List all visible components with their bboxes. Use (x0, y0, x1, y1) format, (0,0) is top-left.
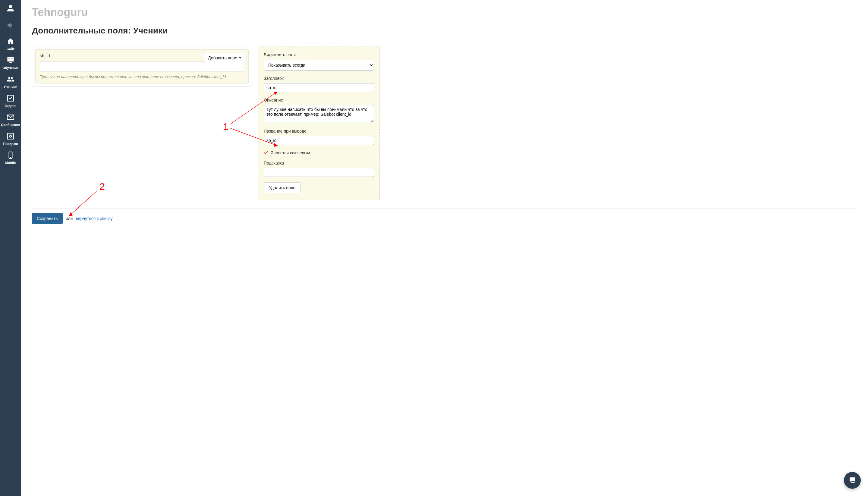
divider (32, 40, 857, 40)
sidebar-label: Задачи (5, 104, 17, 108)
visibility-label: Видимость поля (264, 52, 374, 57)
field-preview-panel: Добавить поле sb_id Тут лучше написать ч… (32, 46, 252, 87)
brand-title: Tehnoguru (32, 6, 857, 19)
sidebar-item-messages[interactable]: Сообщения (0, 110, 21, 129)
sidebar-label: Mobile (5, 161, 16, 165)
board-icon (6, 56, 14, 65)
output-name-label: Название при выводе (264, 129, 374, 134)
add-field-label: Добавить поле (208, 56, 237, 60)
sidebar-label: Сообщения (1, 123, 20, 127)
is-key-label: Является ключевым (270, 150, 310, 155)
field-hint: Тут лучше написать что бы вы понимали чт… (40, 74, 244, 79)
sidebar-item-profile[interactable] (0, 0, 21, 17)
sidebar-item-tasks[interactable]: Задачи (0, 91, 21, 110)
sidebar-item-sales[interactable]: Продажи (0, 129, 21, 148)
save-button[interactable]: Сохранить (32, 213, 63, 224)
tooltip-label: Подсказка (264, 160, 374, 166)
sidebar-label: Ученики (4, 85, 17, 89)
sidebar: Сайт Обучение Ученики Задачи Сообщения (0, 0, 21, 496)
is-key-checkbox-row[interactable]: Является ключевым (264, 150, 374, 155)
sidebar-item-training[interactable]: Обучение (0, 53, 21, 72)
sidebar-item-mobile[interactable]: Mobile (0, 148, 21, 167)
sidebar-item-students[interactable]: Ученики (0, 72, 21, 91)
field-settings-panel: Видимость поля Показывать всегда Заголов… (258, 46, 380, 200)
footer-actions: Сохранить или вернуться к списку (32, 213, 857, 224)
speaker-icon (6, 21, 14, 30)
divider (32, 208, 857, 209)
description-textarea[interactable]: Тут лучше написать что бы вы понимали чт… (264, 105, 374, 122)
or-text: или (66, 216, 73, 221)
sidebar-label: Обучение (2, 66, 18, 69)
title-input[interactable] (264, 83, 374, 92)
group-icon (6, 75, 14, 84)
check-icon (6, 94, 14, 103)
back-to-list-link[interactable]: вернуться к списку (76, 216, 112, 221)
title-label: Заголовок (264, 76, 374, 81)
output-name-input[interactable] (264, 136, 374, 145)
sidebar-item-sound[interactable] (0, 17, 21, 34)
chat-icon (848, 476, 856, 485)
delete-field-button[interactable]: Удалить поле (264, 182, 300, 193)
page-title: Дополнительные поля: Ученики (32, 26, 857, 35)
main-content: Tehnoguru Дополнительные поля: Ученики Д… (21, 0, 868, 496)
phone-icon (6, 151, 14, 160)
tooltip-input[interactable] (264, 168, 374, 177)
svg-point-2 (10, 157, 11, 158)
safe-icon (6, 132, 14, 141)
mail-icon (6, 113, 14, 122)
description-label: Описание (264, 98, 374, 103)
field-block[interactable]: Добавить поле sb_id Тут лучше написать ч… (35, 49, 249, 83)
svg-point-0 (10, 135, 12, 137)
sidebar-label: Сайт (6, 47, 14, 51)
add-field-button[interactable]: Добавить поле (204, 53, 245, 63)
sidebar-item-site[interactable]: Сайт (0, 34, 21, 53)
chevron-down-icon (239, 57, 242, 59)
sidebar-label: Продажи (3, 142, 18, 145)
user-icon (6, 4, 14, 13)
home-icon (6, 37, 14, 46)
checkmark-icon (264, 150, 268, 155)
visibility-select[interactable]: Показывать всегда (264, 60, 374, 71)
chat-fab[interactable] (844, 472, 861, 489)
